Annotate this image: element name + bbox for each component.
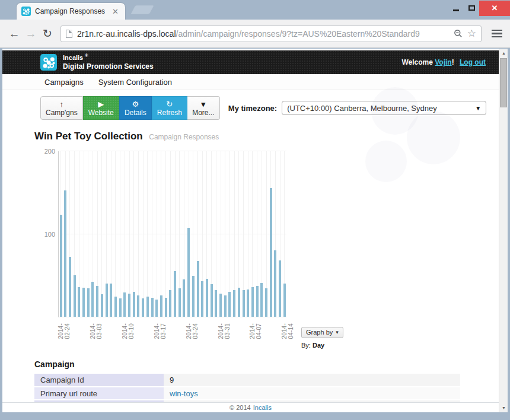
x-axis-tick-label: 2014-03-24 [186,323,199,339]
scrollbar-up-icon[interactable]: ▲ [499,49,508,58]
forward-button[interactable]: → [23,27,39,40]
play-icon: ▶ [98,100,104,109]
chart-bar [133,292,135,317]
reload-button[interactable]: ↻ [39,27,56,40]
chart-bar [64,190,66,317]
copyright-text: © 2014 [230,404,251,411]
chart-bar [228,292,231,317]
arrow-up-icon: ↑ [60,100,64,109]
graph-by-value: Day [313,342,324,349]
site-header: Incalis ® Digital Promotion Services Wel… [2,50,499,74]
refresh-icon: ↻ [166,100,173,109]
chart-bar [251,287,254,317]
chart-bar [247,289,249,317]
chart-bar [82,288,85,317]
scrollbar-thumb[interactable] [500,58,507,107]
brand-subtitle: Digital Promotion Services [63,62,154,71]
chart-bar [165,298,167,317]
primary-url-route-link[interactable]: win-toys [170,389,198,398]
chart-bar [211,284,213,317]
chart-hgridline [59,151,286,151]
browser-toolbar: ← → ↻ 2r1n.rc-au.incalis-dps.local/admin… [0,20,510,48]
brand-block: Incalis ® Digital Promotion Services [63,53,154,71]
maximize-icon [468,5,475,11]
chart-bar [169,290,171,317]
chart-bar [270,188,272,317]
chart-bar [219,294,222,317]
url-host: 2r1n.rc-au.incalis-dps.local [77,29,176,39]
nav-item-campaigns[interactable]: Campaigns [44,78,84,87]
chart-bar [179,288,181,317]
chart-bar [106,284,108,317]
tab-close-icon[interactable]: ✕ [110,7,120,16]
back-button[interactable]: ← [6,27,23,40]
select-caret-icon: ▼ [475,105,481,112]
chart-bar [96,286,98,317]
scrollbar-down-icon[interactable]: ▼ [499,403,508,412]
chart-bar [87,288,90,317]
browser-tab[interactable]: Campaign Responses ✕ [17,3,125,20]
chart-bar [243,290,245,317]
chart-bar [110,284,112,317]
url-path: /admin/campaign/responses/9?tz=AUS%20Eas… [176,29,420,39]
chart-bar [201,281,203,317]
action-toolbar-row: ↑ Camp'gns ▶ Website ⚙ Details ↻ [40,96,499,120]
graph-by-box: Graph by ▾ By: Day [301,326,343,349]
refresh-button[interactable]: ↻ Refresh [152,96,187,120]
chart-bar [142,298,144,317]
chart-bar [101,294,103,317]
minimize-button[interactable] [448,1,464,16]
close-icon: ✕ [492,4,498,12]
action-button-group: ↑ Camp'gns ▶ Website ⚙ Details ↻ [40,96,220,120]
chart-area: 1002002014-02-242014-03-032014-03-102014… [34,148,499,356]
chart-bar [123,292,126,317]
table-row: Campaign Id 9 [34,374,460,387]
nav-item-system-configuration[interactable]: System Configuration [98,78,172,87]
x-axis-tick-label: 2014-03-10 [122,323,135,339]
chart-bar [183,279,185,317]
url-bar[interactable]: 2r1n.rc-au.incalis-dps.local/admin/campa… [60,26,482,42]
timezone-select[interactable]: (UTC+10:00) Canberra, Melbourne, Sydney … [282,101,486,115]
chart-bar [187,228,190,317]
bookmark-star-icon[interactable]: ☆ [467,28,476,39]
brand-name: Incalis [63,54,83,61]
site-nav: Campaigns System Configuration [2,74,499,90]
chart-bar [160,295,162,317]
url-text: 2r1n.rc-au.incalis-dps.local/admin/campa… [77,29,451,39]
tab-title: Campaign Responses [35,7,110,15]
table-row: Primary url route win-toys [34,387,460,400]
footer-incalis-link[interactable]: Incalis [253,404,272,411]
campaigns-button[interactable]: ↑ Camp'gns [40,96,83,120]
y-axis-tick-label: 100 [37,231,55,238]
primary-url-route-label: Primary url route [34,387,164,400]
chart-bar [197,261,199,317]
details-button[interactable]: ⚙ Details [119,96,152,120]
logout-link[interactable]: Log out [460,58,486,66]
website-button-label: Website [88,109,114,117]
website-button[interactable]: ▶ Website [83,96,119,120]
more-button-label: More... [192,109,214,117]
new-tab-button[interactable] [130,5,154,14]
chart-bar [128,294,130,317]
more-button[interactable]: ▾ More... [187,96,220,120]
timezone-value: (UTC+10:00) Canberra, Melbourne, Sydney [287,104,437,113]
incalis-favicon-icon [21,7,31,16]
details-button-label: Details [125,109,146,117]
close-button[interactable]: ✕ [479,1,510,16]
campaigns-button-label: Camp'gns [46,109,78,117]
chrome-menu-icon[interactable] [490,30,504,38]
maximize-button[interactable] [464,1,479,16]
user-link[interactable]: Vojin [435,58,451,66]
graph-by-caret-icon: ▾ [336,329,339,335]
chart-bar [274,250,276,317]
main-content: ↑ Camp'gns ▶ Website ⚙ Details ↻ [2,90,499,412]
chart-bar [137,295,139,317]
vertical-scrollbar[interactable]: ▲ ▼ [499,49,508,412]
chart-bar [224,295,227,317]
chart-bar [146,297,149,317]
chart-bar [265,288,267,317]
welcome-suffix: ! [452,58,454,66]
chart-bar [155,300,158,317]
zoom-icon[interactable] [454,29,463,38]
graph-by-button[interactable]: Graph by ▾ [301,327,343,338]
